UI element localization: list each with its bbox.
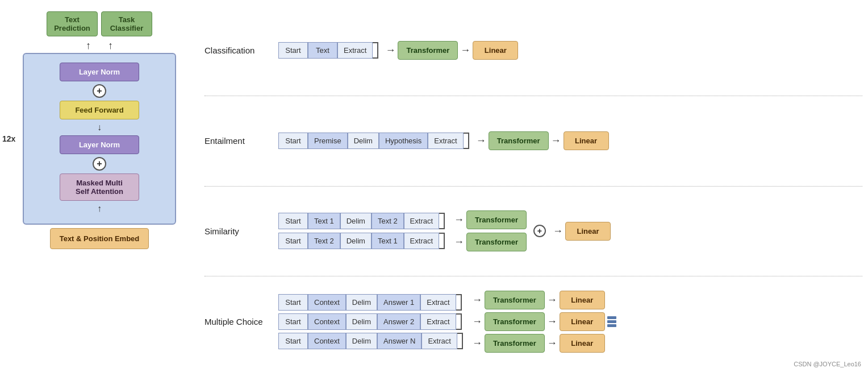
- arrow-to-task-cls: ↑: [108, 40, 113, 52]
- transformer-ent: Transformer: [489, 131, 549, 150]
- seq-text2: Text 2: [372, 213, 404, 229]
- plus-sim: +: [533, 225, 546, 237]
- transformer-block: 12x Layer Norm + Feed Forward ↓ Layer No…: [23, 53, 176, 225]
- stack-bar-1: [607, 316, 616, 319]
- arrow-mc-1: →: [472, 294, 482, 306]
- seq-start: Start: [278, 133, 308, 149]
- transformer-sim-2: Transformer: [466, 233, 527, 251]
- mc-seq-1: Start Context Delim Answer 1 Extract: [278, 294, 463, 311]
- arrow-2: →: [460, 44, 470, 56]
- seq-text2: Text 2: [308, 233, 340, 249]
- repeat-label: 12x: [2, 134, 15, 143]
- seq-text: Text: [308, 42, 337, 59]
- seq-delim: Delim: [348, 133, 379, 149]
- linear-ent: Linear: [564, 131, 609, 150]
- linear-mc-2: Linear: [560, 312, 605, 331]
- feed-forward-box: Feed Forward: [60, 101, 139, 119]
- bracket: [373, 42, 378, 59]
- entailment-label: Entailment: [205, 136, 278, 146]
- bracket: [456, 313, 462, 330]
- masked-attention-box: Masked MultiSelf Attention: [60, 173, 139, 201]
- layer-norm-2: Layer Norm: [60, 135, 139, 154]
- bracket: [439, 233, 445, 249]
- bracket: [464, 133, 469, 149]
- text-prediction-box: TextPrediction: [47, 11, 98, 36]
- seq-answer1: Answer 1: [377, 294, 420, 311]
- seq-start: Start: [278, 42, 308, 59]
- bracket: [456, 294, 462, 311]
- linear-mc-1: Linear: [560, 291, 605, 309]
- linear-cls: Linear: [473, 41, 518, 60]
- seq-text1: Text 1: [308, 213, 340, 229]
- transformer-mc-1: Transformer: [485, 291, 545, 309]
- output-boxes: TextPrediction TaskClassifier: [6, 11, 193, 36]
- arrow-sim-1: →: [454, 214, 464, 226]
- task-classifier-box: TaskClassifier: [101, 11, 152, 36]
- seq-delim: Delim: [346, 333, 377, 349]
- arrow-1: →: [385, 44, 395, 56]
- multiple-choice-label: Multiple Choice: [205, 317, 278, 326]
- arrow-mid: ↓: [97, 122, 102, 133]
- seq-answer2: Answer 2: [377, 313, 420, 330]
- seq-start: Start: [278, 294, 308, 311]
- seq-text1: Text 1: [372, 233, 404, 249]
- seq-delim: Delim: [340, 233, 372, 249]
- arrow-mc-2: →: [472, 316, 482, 328]
- seq-start: Start: [278, 313, 308, 330]
- seq-extract: Extract: [337, 42, 373, 59]
- seq-extract: Extract: [428, 133, 463, 149]
- seq-hypothesis: Hypothesis: [379, 133, 428, 149]
- linear-mc-3: Linear: [560, 334, 605, 353]
- transformer-mc-3: Transformer: [485, 334, 545, 353]
- plus-circle-2: +: [93, 157, 106, 171]
- transformer-cls: Transformer: [398, 41, 458, 60]
- seq-answern: Answer N: [377, 333, 422, 349]
- embed-box: Text & Position Embed: [50, 228, 149, 249]
- mc-seq-3: Start Context Delim Answer N Extract: [278, 333, 463, 349]
- similarity-seq-1: Start Text 1 Delim Text 2 Extract: [278, 213, 445, 229]
- arrow-1: →: [476, 135, 486, 147]
- entailment-row: Entailment Start Premise Delim Hypothesi…: [205, 96, 862, 187]
- seq-context: Context: [308, 313, 346, 330]
- classification-label: Classification: [205, 46, 278, 55]
- arrow-mc-lin-2: →: [547, 316, 557, 328]
- similarity-label: Similarity: [205, 226, 278, 236]
- arrow-sim-linear: →: [553, 225, 563, 237]
- seq-context: Context: [308, 333, 346, 349]
- seq-start: Start: [278, 233, 308, 249]
- similarity-row: Similarity Start Text 1 Delim Text 2 Ext…: [205, 187, 862, 277]
- seq-context: Context: [308, 294, 346, 311]
- seq-extract: Extract: [420, 294, 456, 311]
- multiple-choice-row: Multiple Choice Start Context Delim Answ…: [205, 276, 862, 366]
- right-panel: Classification Start Text Extract → Tran…: [193, 6, 862, 366]
- bracket: [457, 333, 463, 349]
- transformer-sim-1: Transformer: [466, 210, 527, 229]
- left-panel: TextPrediction TaskClassifier ↑ ↑ 12x La…: [6, 6, 193, 366]
- transformer-mc-2: Transformer: [485, 312, 545, 331]
- bracket: [439, 213, 445, 229]
- seq-delim: Delim: [340, 213, 372, 229]
- seq-extract: Extract: [422, 333, 457, 349]
- arrow-mc-lin-1: →: [547, 294, 557, 306]
- seq-start: Start: [278, 333, 308, 349]
- main-diagram: TextPrediction TaskClassifier ↑ ↑ 12x La…: [0, 0, 868, 372]
- plus-circle-1: +: [93, 84, 106, 98]
- arrow-to-embed: ↑: [97, 204, 102, 214]
- arrow-mc-lin-3: →: [547, 337, 557, 349]
- watermark: CSDN @JOYCE_Leo16: [794, 361, 861, 367]
- seq-delim: Delim: [346, 294, 377, 311]
- similarity-seq-2: Start Text 2 Delim Text 1 Extract: [278, 233, 445, 249]
- entailment-sequence: Start Premise Delim Hypothesis Extract: [278, 133, 469, 149]
- arrow-sim-2: →: [454, 236, 464, 248]
- stack-bar-3: [607, 324, 616, 327]
- stack-indicator: [607, 316, 616, 328]
- linear-sim: Linear: [565, 222, 611, 241]
- layer-norm-1: Layer Norm: [60, 63, 139, 81]
- seq-extract: Extract: [404, 233, 439, 249]
- classification-row: Classification Start Text Extract → Tran…: [205, 6, 862, 96]
- mc-seq-2: Start Context Delim Answer 2 Extract: [278, 313, 463, 330]
- seq-extract: Extract: [420, 313, 456, 330]
- seq-delim: Delim: [346, 313, 377, 330]
- arrow-2: →: [551, 135, 561, 147]
- seq-extract: Extract: [404, 213, 439, 229]
